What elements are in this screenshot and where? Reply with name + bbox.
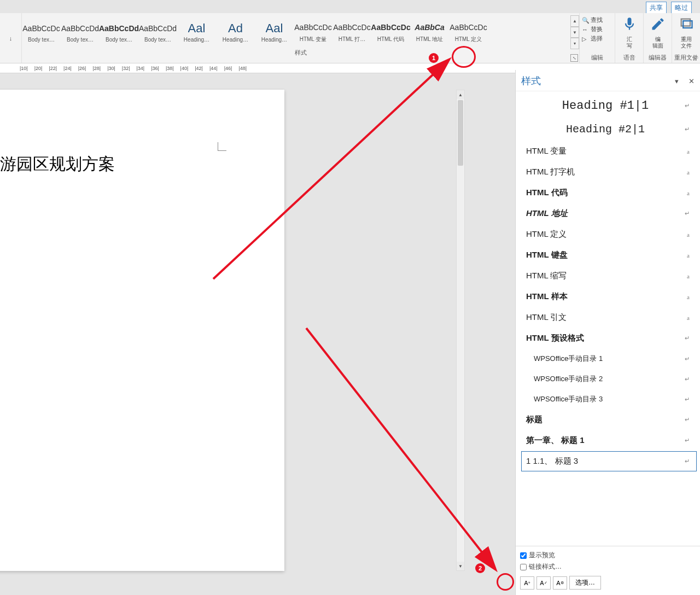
gallery-label: 样式 — [22, 47, 579, 59]
style-gallery-item[interactable]: AaBbCaHTML 地址 — [410, 15, 449, 47]
options-button[interactable]: 选项… — [569, 576, 601, 590]
style-gallery-item[interactable]: AaBbCcDdBody tex… — [100, 15, 138, 47]
vertical-scrollbar[interactable]: ▲ ▼ — [456, 90, 465, 571]
style-gallery-item[interactable]: AalHeading… — [177, 15, 216, 47]
style-list-item[interactable]: HTML 变量a — [521, 141, 697, 161]
style-list-item[interactable]: Heading #2|1↵ — [521, 118, 697, 141]
show-preview-input[interactable] — [520, 552, 527, 559]
style-list-item[interactable]: HTML 打字机a — [521, 162, 697, 182]
style-list-item[interactable]: HTML 预设格式↵ — [521, 328, 697, 348]
style-gallery-item[interactable]: AaBbCcDcHTML 变量 — [294, 15, 332, 47]
more-button[interactable]: 略过 — [671, 2, 692, 14]
cursor-icon: ▷ — [582, 36, 588, 42]
styles-launcher[interactable]: ⤡ — [570, 54, 578, 62]
voice-section[interactable]: 汇 写 语音 — [615, 13, 643, 63]
annotation-ring-2 — [497, 573, 514, 591]
find-button[interactable]: 🔍查找 — [582, 15, 612, 25]
ribbon: ↓ AaBbCcDcBody tex…AaBbCcDdBody tex…AaBb… — [0, 13, 700, 63]
style-gallery-item[interactable]: AaBbCcDcBody tex… — [22, 15, 61, 47]
annotation-badge-1: 1 — [429, 53, 439, 63]
style-list-item[interactable]: HTML 地址↵ — [521, 203, 697, 224]
styles-list: Heading #1|1↵Heading #2|1↵HTML 变量aHTML 打… — [516, 91, 700, 546]
style-list-item[interactable]: WPSOffice手动目录 2↵ — [521, 369, 697, 389]
scroll-down[interactable]: ▼ — [457, 562, 464, 570]
style-gallery-item[interactable]: AalHeading… — [255, 15, 294, 47]
style-list-item[interactable]: HTML 定义a — [521, 224, 697, 244]
pane-close[interactable]: ✕ — [689, 77, 695, 85]
style-gallery-item[interactable]: AaBbCcDdBody tex… — [138, 15, 177, 47]
pane-dropdown[interactable]: ▾ — [675, 77, 679, 85]
style-list-item[interactable]: HTML 缩写a — [521, 266, 697, 286]
style-list-item[interactable]: WPSOffice手动目录 3↵ — [521, 389, 697, 409]
new-style-button[interactable]: A+ — [520, 576, 534, 590]
microphone-icon — [622, 16, 637, 32]
style-list-item[interactable]: Heading #1|1↵ — [521, 94, 697, 118]
styles-pane: 样式 ▾ ✕ Heading #1|1↵Heading #2|1↵HTML 变量… — [515, 70, 700, 595]
gallery-up[interactable]: ▲ — [570, 15, 579, 27]
replace-icon: ↔ — [582, 26, 588, 33]
select-button[interactable]: ▷选择 — [582, 34, 612, 43]
style-list-item[interactable]: HTML 键盘a — [521, 245, 697, 265]
style-gallery-item[interactable]: AaBbCcDcHTML 打… — [332, 15, 371, 47]
document-title: 游园区规划方案 — [0, 153, 115, 176]
document-area: 游园区规划方案 ▲ ▼ — [0, 73, 465, 595]
annotation-badge-2: 2 — [475, 563, 485, 573]
manage-styles-button[interactable]: A⚙ — [553, 576, 567, 590]
share-button[interactable]: 共享 — [646, 2, 667, 14]
style-list-item[interactable]: 第一章、 标题 1↵ — [521, 430, 697, 451]
editor-icon — [650, 16, 666, 32]
gallery-spinner: ▲ ▼ ▾ — [570, 15, 579, 49]
style-gallery-item[interactable]: AaBbCcDdBody tex… — [61, 15, 100, 47]
gallery-down[interactable]: ▼ — [570, 27, 579, 38]
pane-footer: 显示预览 链接样式… A+ A✓ A⚙ 选项… — [516, 546, 700, 595]
editor-section[interactable]: 编 辑面 编辑器 — [643, 13, 672, 63]
scroll-up[interactable]: ▲ — [457, 90, 464, 99]
scroll-thumb[interactable] — [458, 100, 463, 166]
document-page[interactable]: 游园区规划方案 — [0, 90, 284, 571]
editing-label: 编辑 — [582, 54, 612, 62]
style-gallery-item[interactable]: AdHeading… — [216, 15, 255, 47]
clipboard-icon: ↓ — [9, 35, 13, 42]
link-styles-checkbox[interactable]: 链接样式… — [520, 561, 696, 573]
search-icon: 🔍 — [582, 17, 588, 24]
styles-gallery: AaBbCcDcBody tex…AaBbCcDdBody tex…AaBbCc… — [22, 13, 579, 63]
style-list-item[interactable]: WPSOffice手动目录 1↵ — [521, 349, 697, 369]
style-inspector-button[interactable]: A✓ — [536, 576, 551, 590]
replace-button[interactable]: ↔替换 — [582, 25, 612, 34]
style-list-item[interactable]: HTML 样本a — [521, 287, 697, 307]
style-list-item[interactable]: HTML 引文a — [521, 307, 697, 328]
style-list-item[interactable]: 标题↵ — [521, 410, 697, 430]
style-list-item[interactable]: 1 1.1、 标题 3↵ — [521, 451, 697, 471]
collapse-ribbon[interactable]: ∧ — [693, 56, 697, 62]
style-gallery-item[interactable]: AaBbCcDcHTML 定义 — [449, 15, 488, 47]
editing-section: 🔍查找 ↔替换 ▷选择 编辑 — [579, 13, 615, 63]
reuse-icon — [679, 16, 694, 32]
cursor-mark — [218, 142, 226, 151]
show-preview-checkbox[interactable]: 显示预览 — [520, 550, 696, 561]
style-gallery-item[interactable]: AaBbCcDcHTML 代码 — [371, 15, 410, 47]
clipboard-section: ↓ — [0, 13, 22, 63]
gallery-more[interactable]: ▾ — [570, 38, 579, 49]
pane-title: 样式 — [521, 74, 541, 88]
style-list-item[interactable]: HTML 代码a — [521, 183, 697, 203]
link-styles-input[interactable] — [520, 564, 527, 570]
